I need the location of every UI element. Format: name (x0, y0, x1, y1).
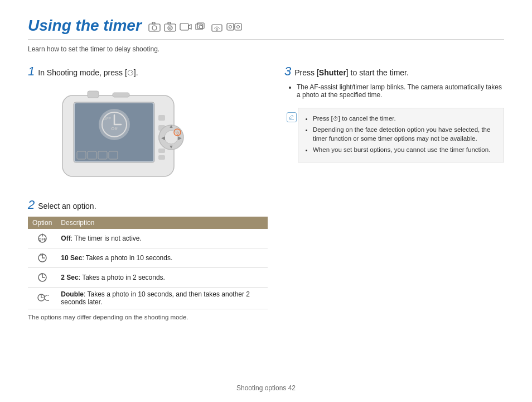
svg-rect-42 (88, 91, 99, 98)
col-description: Description (56, 217, 268, 229)
off-icon: OFF (36, 232, 49, 243)
row4-desc: Double: Takes a photo in 10 seconds, and… (56, 288, 268, 309)
page-title: Using the timer (28, 17, 142, 35)
note-item3: When you set burst options, you cannot u… (313, 145, 497, 154)
step3-header: 3 Press [Shutter] to start the timer. (284, 64, 504, 79)
share-icon (226, 22, 242, 32)
2sec-icon: 2 (36, 271, 49, 282)
row3-icon: 2 (28, 268, 56, 288)
note-icon (287, 112, 297, 122)
step3-label: Press [Shutter] to start the timer. (294, 68, 409, 77)
svg-text:▲: ▲ (169, 123, 174, 129)
camera-illustration: Off OFF ▲ ▼ ◀ (40, 84, 196, 188)
right-column: 3 Press [Shutter] to start the timer. Th… (284, 64, 504, 320)
step1-number: 1 (28, 64, 35, 79)
svg-rect-41 (113, 93, 129, 97)
svg-text:◀: ◀ (161, 135, 165, 141)
step1-header: 1 In Shooting mode, press [⚆]. (28, 64, 268, 79)
svg-text:OFF: OFF (103, 117, 111, 121)
row1-icon: OFF (28, 229, 56, 248)
step3-number: 3 (284, 64, 291, 79)
step3-bullet1: The AF-assist light/timer lamp blinks. T… (297, 83, 504, 99)
step3-bullets: The AF-assist light/timer lamp blinks. T… (297, 83, 504, 99)
svg-rect-15 (235, 23, 241, 30)
svg-text:10: 10 (40, 253, 43, 256)
10sec-icon: 10 (36, 251, 49, 262)
wifi-icon (211, 22, 223, 32)
edit-icon (288, 114, 295, 121)
row2-icon: 10 (28, 248, 56, 268)
left-column: 1 In Shooting mode, press [⚆]. (28, 64, 268, 320)
table-row: OFF Off: The timer is not active. (28, 229, 268, 248)
svg-text:⏱: ⏱ (175, 131, 180, 136)
camera-svg: Off OFF ▲ ▼ ◀ (40, 84, 196, 188)
step2-header: 2 Select an option. (28, 198, 268, 212)
svg-rect-30 (158, 115, 165, 121)
page-footer: Shooting options 42 (0, 384, 532, 392)
double-icon (36, 291, 49, 303)
col-option: Option (28, 217, 56, 229)
note-item2: Depending on the face detection option y… (313, 125, 497, 143)
camera-icon1 (148, 22, 161, 32)
subtitle: Learn how to set the timer to delay shoo… (28, 45, 504, 53)
table-row: 2 2 Sec: Takes a photo in 2 seconds. (28, 268, 268, 288)
svg-point-1 (152, 26, 157, 30)
row4-icon (28, 288, 56, 309)
options-table: Option Description OFF (28, 217, 268, 309)
step2: 2 Select an option. Option Description (28, 198, 268, 320)
main-content: 1 In Shooting mode, press [⚆]. (28, 64, 504, 320)
svg-rect-43 (158, 149, 165, 153)
svg-text:2: 2 (41, 272, 43, 276)
note-item1: Press [⏱] to cancel the timer. (313, 114, 497, 123)
page: Using the timer (0, 0, 532, 402)
camera-icon2 (164, 22, 176, 32)
row2-desc: 10 Sec: Takes a photo in 10 seconds. (56, 248, 268, 268)
svg-point-16 (229, 26, 231, 28)
svg-rect-44 (158, 155, 165, 160)
step1-label: In Shooting mode, press [⚆]. (38, 68, 138, 77)
step2-number: 2 (28, 198, 35, 212)
note-box-wrapper: Press [⏱] to cancel the timer. Depending… (298, 108, 504, 162)
svg-text:Off: Off (111, 126, 118, 131)
svg-point-5 (169, 27, 171, 29)
burst-icon (195, 22, 207, 32)
step2-label: Select an option. (38, 202, 96, 210)
svg-rect-2 (152, 22, 155, 24)
svg-rect-7 (180, 23, 188, 30)
svg-marker-8 (188, 25, 191, 29)
footer-text: Shooting options 42 (236, 384, 296, 392)
video-icon (180, 22, 192, 32)
page-header: Using the timer (28, 17, 504, 40)
row1-desc: Off: The timer is not active. (56, 229, 268, 248)
header-icons (148, 22, 242, 32)
svg-point-17 (236, 26, 239, 28)
svg-point-13 (216, 30, 217, 31)
svg-point-4 (168, 26, 172, 30)
svg-rect-6 (168, 22, 171, 24)
table-row: Double: Takes a photo in 10 seconds, and… (28, 288, 268, 309)
row3-desc: 2 Sec: Takes a photo in 2 seconds. (56, 268, 268, 288)
svg-text:▼: ▼ (169, 144, 174, 150)
svg-point-11 (199, 25, 202, 28)
svg-rect-14 (227, 23, 234, 30)
note-box: Press [⏱] to cancel the timer. Depending… (298, 108, 504, 162)
options-footer-note: The options may differ depending on the … (28, 314, 268, 320)
svg-text:OFF: OFF (38, 237, 47, 241)
table-row: 10 10 Sec: Takes a photo in 10 seconds. (28, 248, 268, 268)
